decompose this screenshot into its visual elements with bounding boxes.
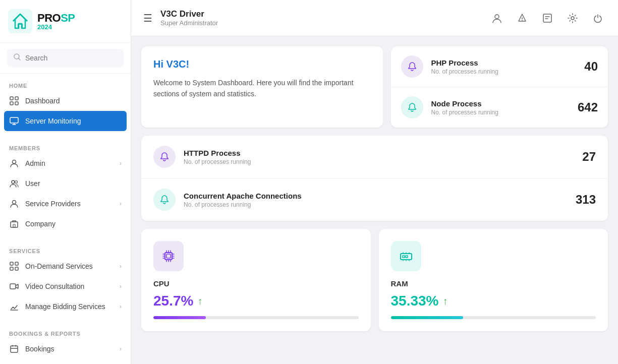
nav-section-bookings: BOOKINGS & REPORTS Bookings › — [0, 322, 131, 364]
logo: PROSP 2024 — [0, 0, 131, 43]
svg-point-21 — [571, 17, 574, 20]
video-chevron: › — [120, 283, 122, 290]
cpu-progress-wrap — [153, 316, 359, 319]
bookings-chevron: › — [120, 345, 122, 352]
group-icon — [9, 178, 19, 189]
cpu-card: CPU 25.7% ↑ — [141, 229, 371, 331]
svg-point-7 — [13, 160, 16, 164]
ram-label: RAM — [391, 279, 596, 288]
bell-apache-icon — [159, 194, 170, 205]
alert-icon-btn[interactable] — [514, 10, 530, 26]
svg-rect-2 — [10, 97, 13, 100]
grid-icon — [9, 96, 19, 106]
cpu-icon-wrap — [153, 241, 184, 271]
admin-chevron: › — [120, 160, 122, 167]
svg-point-9 — [15, 181, 18, 184]
svg-rect-14 — [15, 262, 18, 265]
sidebar-item-manage-bidding[interactable]: Manage Bidding Services › — [0, 296, 131, 317]
ram-percent: 35.33% — [391, 293, 439, 309]
svg-point-10 — [13, 201, 16, 204]
sidebar-item-server-monitoring[interactable]: Server Monitoring — [4, 111, 127, 131]
settings-icon-btn[interactable] — [565, 10, 581, 26]
apps-icon — [9, 261, 19, 271]
welcome-message: Welcome to System Dashboard. Here you wi… — [153, 77, 371, 100]
nav-section-members: MEMBERS Admin › User Service Providers › — [0, 136, 131, 239]
ram-icon — [399, 249, 414, 264]
row-3: CPU 25.7% ↑ RAM 35.33% ↑ — [141, 229, 608, 331]
svg-rect-16 — [15, 267, 18, 270]
httpd-process-info: HTTPD Process No. of processes running — [184, 149, 574, 165]
brand-year: 2024 — [37, 24, 75, 30]
php-process-item: PHP Process No. of processes running 40 — [391, 46, 608, 87]
row-1: Hi V3C! Welcome to System Dashboard. Her… — [141, 46, 608, 128]
sidebar-item-on-demand-services[interactable]: On-Demand Services › — [0, 256, 131, 276]
php-icon-wrap — [401, 55, 423, 78]
apache-sub: No. of processes running — [184, 201, 568, 208]
service-providers-label: Service Providers — [25, 200, 114, 208]
topbar-icons — [489, 10, 606, 26]
php-sub: No. of processes running — [431, 68, 577, 75]
svg-rect-15 — [10, 267, 13, 270]
httpd-icon-wrap — [153, 146, 176, 168]
apache-process-info: Concurrent Apache Connections No. of pro… — [184, 192, 568, 208]
apache-label: Concurrent Apache Connections — [184, 192, 568, 200]
notes-icon-btn[interactable] — [539, 10, 555, 26]
ram-card: RAM 35.33% ↑ — [379, 229, 608, 331]
cpu-value: 25.7% ↑ — [153, 293, 359, 309]
node-count: 642 — [578, 100, 598, 114]
search-input[interactable] — [25, 54, 118, 62]
ram-arrow-icon: ↑ — [442, 295, 447, 307]
sidebar-item-admin[interactable]: Admin › — [0, 153, 131, 173]
sidebar-item-video-consultation[interactable]: Video Consultation › — [0, 276, 131, 296]
calendar-icon — [9, 344, 19, 354]
monitor-icon — [9, 116, 19, 126]
topbar-left: ☰ V3C Driver Super Administrator — [143, 9, 218, 27]
svg-rect-23 — [166, 254, 171, 258]
brand-name: PROSP — [37, 13, 75, 24]
sidebar-item-service-providers[interactable]: Service Providers › — [0, 194, 131, 214]
sidebar-item-dashboard[interactable]: Dashboard — [0, 91, 131, 111]
nav-section-home: HOME Dashboard Server Monitoring — [0, 74, 131, 136]
httpd-process-item: HTTPD Process No. of processes running 2… — [141, 136, 608, 178]
cpu-icon — [161, 249, 176, 264]
sidebar: PROSP 2024 HOME Dashboard Server Monitor… — [0, 0, 131, 364]
node-process-item: Node Process No. of processes running 64… — [391, 87, 608, 128]
section-label-members: MEMBERS — [0, 141, 131, 153]
bid-icon — [9, 301, 19, 312]
svg-rect-17 — [10, 284, 16, 289]
svg-point-8 — [12, 180, 15, 184]
ram-icon-wrap — [391, 241, 421, 271]
sidebar-item-company[interactable]: Company — [0, 214, 131, 234]
svg-rect-3 — [15, 97, 18, 100]
sidebar-item-bookings[interactable]: Bookings › — [0, 339, 131, 359]
sidebar-item-user[interactable]: User — [0, 173, 131, 194]
svg-rect-25 — [403, 256, 405, 258]
person-outline-icon — [9, 199, 19, 209]
video-consultation-label: Video Consultation — [25, 282, 114, 290]
svg-rect-5 — [15, 102, 18, 105]
service-providers-chevron: › — [120, 200, 122, 207]
nav-section-services: SERVICES On-Demand Services › Video Cons… — [0, 239, 131, 322]
user-icon-btn[interactable] — [489, 10, 505, 26]
bell-httpd-icon — [159, 151, 170, 162]
apache-icon-wrap — [153, 189, 176, 211]
svg-rect-13 — [10, 262, 13, 265]
httpd-count: 27 — [582, 150, 596, 164]
page-title: V3C Driver — [160, 9, 218, 19]
apache-count: 313 — [576, 193, 596, 207]
node-sub: No. of processes running — [431, 109, 570, 116]
page-subtitle: Super Administrator — [160, 19, 218, 27]
content-area: Hi V3C! Welcome to System Dashboard. Her… — [131, 36, 618, 364]
company-icon — [9, 219, 19, 229]
person-icon — [9, 158, 19, 168]
power-icon-btn[interactable] — [590, 10, 606, 26]
node-icon-wrap — [401, 96, 423, 118]
hamburger-icon[interactable]: ☰ — [143, 12, 152, 24]
section-label-home: HOME — [0, 79, 131, 91]
search-box[interactable] — [7, 49, 124, 67]
processes-card: PHP Process No. of processes running 40 … — [391, 46, 608, 128]
svg-rect-6 — [10, 117, 18, 123]
cpu-arrow-icon: ↑ — [197, 295, 202, 307]
welcome-card: Hi V3C! Welcome to System Dashboard. Her… — [141, 46, 383, 128]
on-demand-chevron: › — [120, 263, 122, 270]
